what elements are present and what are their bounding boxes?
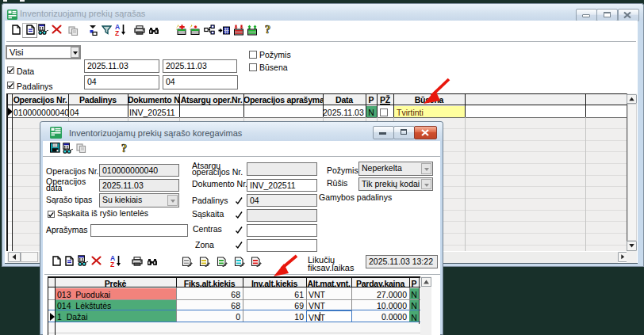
svg-text:?: ? bbox=[121, 143, 127, 154]
svg-text:?: ? bbox=[265, 24, 270, 35]
svg-text:Z: Z bbox=[110, 261, 114, 268]
svg-text:Z: Z bbox=[115, 29, 119, 36]
